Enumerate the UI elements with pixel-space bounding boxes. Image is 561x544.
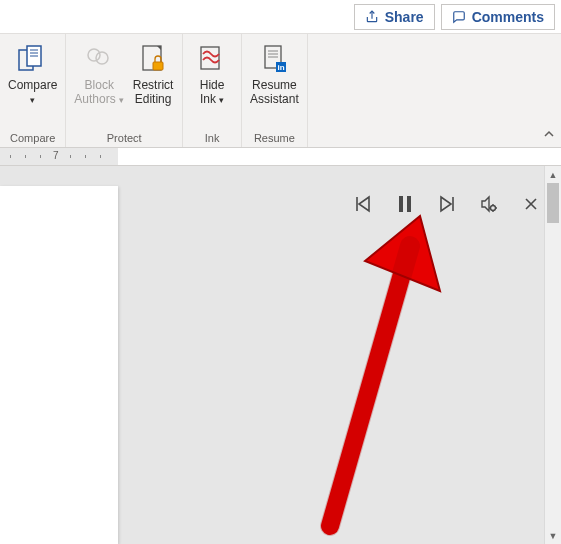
skip-forward-icon <box>438 195 456 213</box>
ink-group-label: Ink <box>187 130 237 147</box>
svg-text:in: in <box>278 63 285 72</box>
pause-icon <box>397 195 413 213</box>
group-resume: in ResumeAssistant Resume <box>242 34 308 147</box>
previous-button[interactable] <box>353 194 373 214</box>
scroll-thumb[interactable] <box>547 183 559 223</box>
block-authors-button: BlockAuthors ▾ <box>70 38 128 107</box>
vertical-scrollbar[interactable]: ▲ ▼ <box>544 166 561 544</box>
comments-button[interactable]: Comments <box>441 4 555 30</box>
share-icon <box>365 10 379 24</box>
share-label: Share <box>385 9 424 25</box>
ribbon: Compare▾ Compare BlockAuthors ▾ Restrict… <box>0 34 561 148</box>
share-button[interactable]: Share <box>354 4 435 30</box>
comment-icon <box>452 10 466 24</box>
hide-ink-icon <box>195 42 229 76</box>
close-button[interactable] <box>521 194 541 214</box>
collapse-ribbon-button[interactable] <box>543 128 555 143</box>
resume-assistant-icon: in <box>257 42 291 76</box>
chevron-down-icon: ▾ <box>30 95 35 105</box>
chevron-down-icon: ▾ <box>119 95 124 105</box>
read-aloud-toolbar <box>353 194 541 214</box>
protect-group-label: Protect <box>70 130 178 147</box>
chevron-up-icon <box>543 128 555 140</box>
document-area: ▲ ▼ <box>0 166 561 544</box>
resume-assistant-button[interactable]: in ResumeAssistant <box>246 38 303 106</box>
svg-point-6 <box>96 52 108 64</box>
hide-ink-button[interactable]: HideInk ▾ <box>187 38 237 107</box>
svg-rect-18 <box>407 196 411 212</box>
group-ink: HideInk ▾ Ink <box>183 34 242 147</box>
document-page[interactable] <box>0 186 118 544</box>
chevron-down-icon: ▾ <box>219 95 224 105</box>
pause-button[interactable] <box>395 194 415 214</box>
ruler-mark: 7 <box>53 150 59 161</box>
comments-label: Comments <box>472 9 544 25</box>
resume-group-label: Resume <box>246 130 303 147</box>
svg-rect-17 <box>399 196 403 212</box>
audio-settings-icon <box>480 195 498 213</box>
scroll-down-button[interactable]: ▼ <box>545 527 561 544</box>
restrict-editing-button[interactable]: RestrictEditing <box>128 38 178 106</box>
compare-button[interactable]: Compare▾ <box>4 38 61 107</box>
svg-point-20 <box>491 206 496 211</box>
scroll-up-button[interactable]: ▲ <box>545 166 561 183</box>
settings-button[interactable] <box>479 194 499 214</box>
svg-rect-8 <box>153 62 163 70</box>
next-button[interactable] <box>437 194 457 214</box>
group-protect: BlockAuthors ▾ RestrictEditing Protect <box>66 34 183 147</box>
compare-label: Compare <box>8 78 57 92</box>
compare-group-label: Compare <box>4 130 61 147</box>
svg-point-5 <box>88 49 100 61</box>
annotation-arrow <box>290 206 470 536</box>
group-compare: Compare▾ Compare <box>0 34 66 147</box>
horizontal-ruler[interactable]: 7 <box>0 148 561 166</box>
close-icon <box>524 197 538 211</box>
block-authors-icon <box>82 42 116 76</box>
restrict-editing-icon <box>136 42 170 76</box>
compare-icon <box>16 42 50 76</box>
title-bar-actions: Share Comments <box>0 0 561 34</box>
skip-back-icon <box>354 195 372 213</box>
